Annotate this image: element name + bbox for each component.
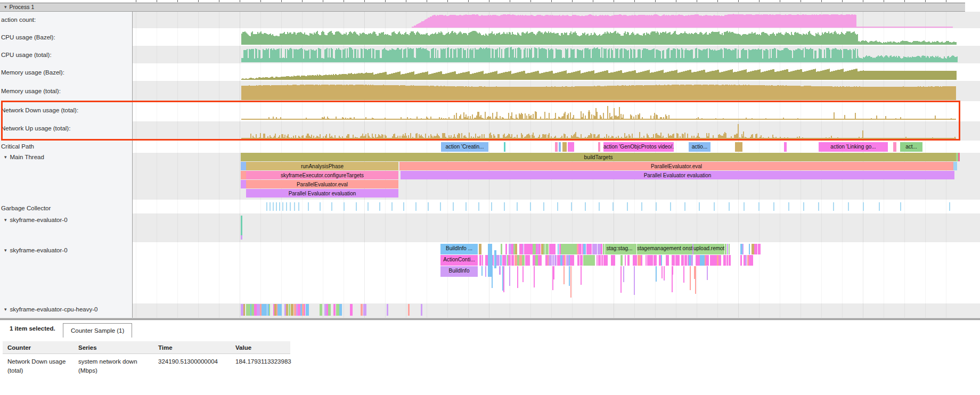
skyframe-slice[interactable] <box>499 266 501 275</box>
main-thread-slice[interactable]: ParallelEvaluator.eval <box>399 162 953 170</box>
main-thread-slice[interactable]: runAnalysisPhase <box>246 162 398 170</box>
gc-tick[interactable] <box>729 202 730 211</box>
thicket-slice[interactable] <box>706 255 709 266</box>
gc-tick[interactable] <box>415 202 416 211</box>
skyframe-slice[interactable] <box>494 250 496 268</box>
critical-path-slice[interactable]: actio... <box>689 142 710 152</box>
gc-tick[interactable] <box>863 202 864 211</box>
panel-separator[interactable] <box>0 318 980 320</box>
thicket-slice[interactable] <box>742 244 744 254</box>
thicket-slice[interactable] <box>558 244 559 254</box>
thicket-slice[interactable] <box>554 244 556 254</box>
critical-path-slice[interactable] <box>598 142 600 152</box>
gc-tick[interactable] <box>344 202 345 211</box>
gc-tick[interactable] <box>557 202 558 211</box>
gc-tick[interactable] <box>599 202 600 211</box>
main-thread-slice[interactable] <box>241 162 246 170</box>
thicket-slice[interactable] <box>577 255 579 266</box>
skyframe-slice[interactable]: upload.remot... <box>693 244 724 254</box>
dropline[interactable] <box>553 266 554 279</box>
gc-tick[interactable] <box>391 202 393 211</box>
critical-path-slice[interactable] <box>568 142 574 152</box>
gc-tick[interactable] <box>266 202 267 211</box>
dropline[interactable] <box>517 266 518 288</box>
gc-tick[interactable] <box>879 202 880 211</box>
dropline[interactable] <box>683 266 684 283</box>
thicket-slice[interactable] <box>522 255 525 266</box>
dropline[interactable] <box>485 266 486 277</box>
gc-tick[interactable] <box>612 202 614 211</box>
thicket-slice[interactable] <box>243 304 245 316</box>
thicket-slice[interactable] <box>583 244 586 254</box>
critical-path-slice[interactable] <box>504 142 505 152</box>
gc-tick[interactable] <box>294 202 295 211</box>
thicket-slice[interactable] <box>291 304 293 316</box>
dropline[interactable] <box>695 266 696 294</box>
main-thread-slice[interactable]: Parallel Evaluator evaluation <box>246 189 398 198</box>
critical-path-slice[interactable] <box>559 142 561 152</box>
main-thread-slice[interactable]: Parallel Evaluator evaluation <box>401 171 954 179</box>
process-header[interactable]: ▾Process 1 <box>0 3 965 12</box>
gc-tick[interactable] <box>331 202 332 211</box>
thicket-slice[interactable] <box>620 255 623 266</box>
dropline[interactable] <box>634 266 635 295</box>
thicket-slice[interactable] <box>606 255 608 266</box>
track-header-skyframe-0b[interactable]: ▾skyframe-evaluator-0 <box>4 246 68 254</box>
tab-counter-sample[interactable]: Counter Sample (1) <box>63 323 132 338</box>
thicket-slice[interactable] <box>726 255 728 266</box>
thicket-slice[interactable] <box>505 255 507 266</box>
thicket-slice[interactable] <box>745 255 747 266</box>
gc-tick[interactable] <box>403 202 404 211</box>
gc-tick[interactable] <box>900 202 901 211</box>
gc-tick[interactable] <box>308 202 309 211</box>
dropline[interactable] <box>623 266 624 282</box>
thicket-slice[interactable] <box>554 255 557 266</box>
thicket-slice[interactable] <box>729 244 730 254</box>
dropline[interactable] <box>534 266 535 287</box>
thicket-slice[interactable] <box>625 255 626 266</box>
skyframe-slice[interactable]: stag:stag... <box>605 244 634 254</box>
main-thread-slice[interactable] <box>953 162 957 170</box>
gc-tick[interactable] <box>440 202 441 211</box>
gc-tick[interactable] <box>744 202 745 211</box>
collapse-arrow-icon[interactable]: ▾ <box>4 246 7 254</box>
track-header-cpu-heavy[interactable]: ▾skyframe-evaluator-cpu-heavy-0 <box>4 306 97 313</box>
thicket-slice[interactable] <box>269 304 270 316</box>
skyframe-slice[interactable] <box>583 255 593 266</box>
gc-tick[interactable] <box>282 202 283 211</box>
gc-tick[interactable] <box>627 202 628 211</box>
gc-tick[interactable] <box>656 202 657 211</box>
dropline[interactable] <box>569 266 570 286</box>
gc-tick[interactable] <box>368 202 369 211</box>
thicket-slice[interactable] <box>598 255 601 266</box>
gc-tick[interactable] <box>273 202 274 211</box>
thicket-slice[interactable] <box>673 255 675 266</box>
thicket-slice[interactable] <box>578 244 582 254</box>
thicket-slice[interactable] <box>280 304 282 316</box>
gc-tick[interactable] <box>848 202 849 211</box>
gc-tick[interactable] <box>773 202 774 211</box>
gc-tick[interactable] <box>298 202 299 211</box>
thicket-slice[interactable] <box>304 304 305 316</box>
critical-path-slice[interactable] <box>562 142 567 152</box>
main-thread-slice[interactable]: skyframeExecutor.configureTargets <box>246 171 398 179</box>
thicket-slice[interactable] <box>339 304 342 316</box>
critical-path-slice[interactable]: action 'GenObjcProtos video/... <box>603 142 674 152</box>
thicket-slice[interactable] <box>564 255 566 266</box>
critical-path-slice[interactable] <box>893 142 896 152</box>
thicket-slice[interactable] <box>264 304 267 316</box>
skyframe-slice[interactable]: BuildInfo ... <box>440 244 478 254</box>
collapse-arrow-icon[interactable]: ▾ <box>4 306 7 313</box>
thicket-slice[interactable] <box>408 304 410 316</box>
thicket-slice[interactable] <box>333 304 336 316</box>
dropline[interactable] <box>481 266 483 276</box>
gc-tick[interactable] <box>818 202 819 211</box>
collapse-arrow-icon[interactable]: ▾ <box>4 216 7 224</box>
thicket-slice[interactable] <box>603 244 605 254</box>
thicket-slice[interactable] <box>594 244 597 254</box>
thicket-slice[interactable] <box>597 255 598 266</box>
thicket-slice[interactable] <box>501 244 502 254</box>
thicket-slice[interactable] <box>479 255 481 266</box>
dropline[interactable] <box>492 266 493 288</box>
track-header-skyframe-0a[interactable]: ▾skyframe-evaluator-0 <box>4 216 68 224</box>
